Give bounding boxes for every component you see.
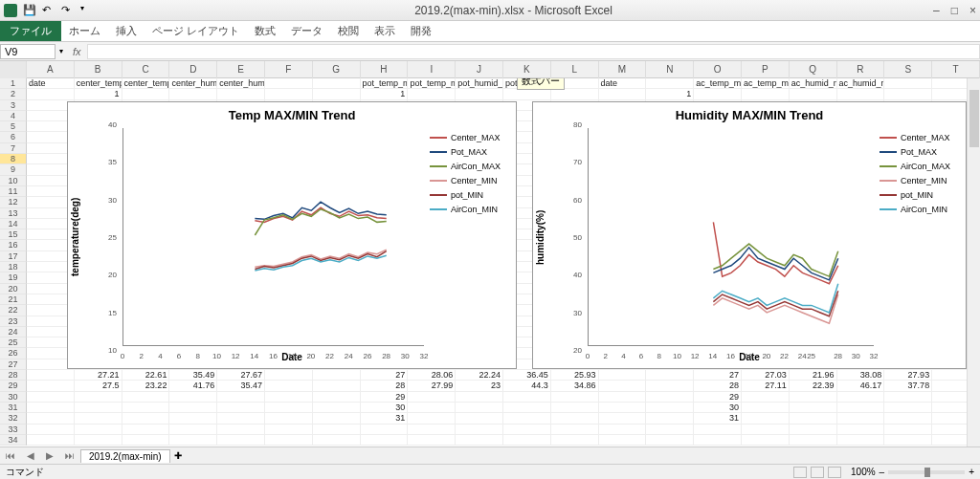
row-header[interactable]: 32 — [0, 413, 27, 424]
cell[interactable] — [27, 403, 75, 413]
select-all-corner[interactable] — [0, 61, 27, 78]
cell[interactable]: date — [27, 78, 75, 89]
cell[interactable]: 30 — [694, 403, 742, 413]
cell[interactable] — [361, 435, 409, 446]
cell[interactable] — [75, 392, 122, 403]
cell[interactable]: 28 — [694, 381, 742, 391]
tab-nav-prev-icon[interactable]: ◀ — [21, 450, 40, 461]
cell[interactable]: 27 — [694, 370, 742, 381]
page-layout-view-icon[interactable] — [811, 467, 824, 478]
cell[interactable] — [122, 435, 170, 446]
cell[interactable] — [551, 413, 599, 424]
cell[interactable] — [503, 89, 551, 99]
cell[interactable] — [503, 435, 551, 446]
cell[interactable] — [694, 425, 742, 435]
cell[interactable] — [646, 435, 694, 446]
cell[interactable] — [265, 392, 313, 403]
cell[interactable] — [75, 425, 122, 435]
cell[interactable]: center_humid_min — [217, 78, 265, 89]
scrollbar-thumb[interactable] — [969, 90, 979, 147]
cell[interactable]: date — [599, 78, 647, 89]
cell[interactable]: 1 — [75, 89, 122, 99]
redo-icon[interactable]: ↷ — [61, 4, 75, 17]
cell[interactable] — [790, 413, 837, 424]
new-sheet-icon[interactable]: ✚ — [174, 450, 182, 461]
cell[interactable] — [790, 425, 837, 435]
cell[interactable] — [217, 413, 265, 424]
ribbon-tab[interactable]: 挿入 — [108, 21, 145, 41]
cell[interactable] — [884, 403, 932, 413]
column-header[interactable]: T — [932, 61, 980, 78]
cell[interactable] — [456, 89, 503, 99]
cell[interactable] — [456, 403, 503, 413]
cell[interactable]: pot_temp_m — [361, 78, 409, 89]
zoom-slider[interactable] — [888, 470, 965, 474]
cell[interactable] — [217, 89, 265, 99]
cell[interactable] — [27, 370, 75, 381]
cell[interactable] — [265, 78, 313, 89]
cell[interactable] — [27, 381, 75, 391]
tab-nav-first-icon[interactable]: ⏮ — [0, 450, 21, 461]
cell[interactable]: ac_temp_mi — [742, 78, 790, 89]
cell[interactable]: 37.78 — [884, 381, 932, 391]
cell[interactable] — [217, 425, 265, 435]
cell[interactable]: 23 — [456, 381, 503, 391]
cell[interactable]: 44.3 — [503, 381, 551, 391]
cell[interactable] — [503, 403, 551, 413]
cell[interactable] — [169, 435, 217, 446]
cell[interactable] — [217, 392, 265, 403]
cell[interactable] — [313, 370, 361, 381]
cell[interactable] — [265, 435, 313, 446]
namebox-dropdown-icon[interactable]: ▾ — [56, 47, 67, 55]
cell[interactable] — [646, 78, 694, 89]
cell[interactable]: 1 — [361, 89, 409, 99]
cell[interactable] — [551, 425, 599, 435]
ribbon-tab[interactable]: ホーム — [61, 21, 108, 41]
cell[interactable] — [884, 392, 932, 403]
row-header[interactable]: 21 — [0, 294, 27, 305]
undo-icon[interactable]: ↶ — [42, 4, 56, 17]
row-header[interactable]: 8 — [0, 154, 27, 164]
cell[interactable] — [503, 392, 551, 403]
cell[interactable] — [313, 89, 361, 99]
cell[interactable] — [790, 435, 837, 446]
cell[interactable] — [122, 425, 170, 435]
cell[interactable]: 31 — [361, 413, 409, 424]
cell[interactable]: 27.03 — [742, 370, 790, 381]
cell[interactable] — [790, 89, 837, 99]
cell[interactable] — [837, 435, 885, 446]
cell[interactable]: 27.5 — [75, 381, 122, 391]
cell[interactable] — [313, 392, 361, 403]
column-header[interactable]: B — [75, 61, 122, 78]
cell[interactable]: 30 — [361, 403, 409, 413]
cell[interactable] — [742, 89, 790, 99]
row-header[interactable]: 17 — [0, 251, 27, 262]
cell[interactable]: 27.67 — [217, 370, 265, 381]
cell[interactable]: 31 — [694, 413, 742, 424]
cell[interactable] — [122, 413, 170, 424]
cell[interactable] — [599, 370, 647, 381]
cell[interactable]: 27 — [361, 370, 409, 381]
cell[interactable] — [742, 413, 790, 424]
cell[interactable] — [599, 413, 647, 424]
cell[interactable] — [884, 425, 932, 435]
row-header[interactable]: 34 — [0, 435, 27, 446]
ribbon-tab[interactable]: 開発 — [403, 21, 439, 41]
worksheet[interactable]: 1234567891011121314151617181920212223242… — [0, 78, 980, 457]
cell[interactable]: center_temp — [122, 78, 170, 89]
cell[interactable] — [503, 413, 551, 424]
column-header[interactable]: R — [837, 61, 885, 78]
cell[interactable] — [599, 392, 647, 403]
normal-view-icon[interactable] — [793, 467, 807, 478]
column-header[interactable]: E — [217, 61, 265, 78]
cell[interactable] — [122, 403, 170, 413]
cell[interactable]: 38.08 — [837, 370, 885, 381]
cell[interactable] — [408, 392, 456, 403]
row-header[interactable]: 31 — [0, 403, 27, 413]
row-header[interactable]: 13 — [0, 208, 27, 219]
row-header[interactable]: 9 — [0, 164, 27, 175]
cell[interactable] — [27, 425, 75, 435]
cell[interactable] — [265, 425, 313, 435]
row-header[interactable]: 26 — [0, 348, 27, 359]
cell[interactable] — [742, 425, 790, 435]
